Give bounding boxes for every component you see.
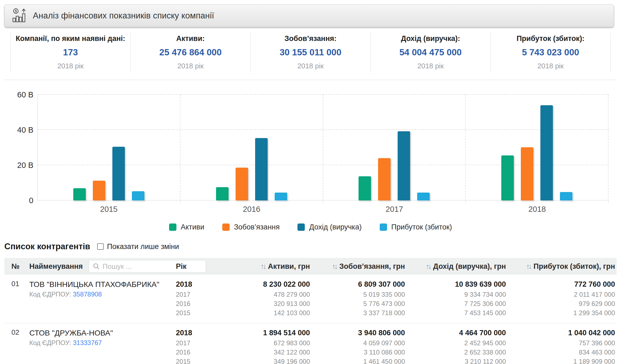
cell-value: 3 337 718 000	[312, 308, 405, 318]
stat-label: Зобов’язання:	[284, 34, 337, 43]
bar-group-2015	[38, 95, 180, 200]
edrpou-link[interactable]: 31333767	[73, 339, 102, 346]
sort-down-icon[interactable]: ↓	[428, 262, 430, 270]
sort-arrows-icon[interactable]: ↑↓	[526, 262, 531, 271]
company-cell: СТОВ "ДРУЖБА-НОВА"Код ЄДРПОУ: 31333767	[29, 328, 176, 364]
bar[interactable]	[73, 188, 86, 200]
bar[interactable]	[216, 187, 229, 200]
checkbox-icon[interactable]	[97, 243, 104, 250]
show-only-changes-toggle[interactable]: Показати лише зміни	[97, 242, 179, 251]
bar[interactable]	[378, 158, 391, 200]
cell-value: 2016	[176, 299, 218, 308]
assets-column: 1 894 514 000672 983 000342 122 000349 1…	[218, 328, 312, 364]
legend-swatch	[380, 223, 387, 231]
profit-column: 1 040 042 000757 396 000834 463 0001 189…	[508, 328, 617, 364]
column-header-4[interactable]: ↑↓Активи, грн	[218, 262, 312, 271]
company-cell: ТОВ "ВІННИЦЬКА ПТАХОФАБРИКА"Код ЄДРПОУ: …	[29, 280, 176, 318]
column-label: Активи, грн	[268, 262, 310, 271]
table-body: 01ТОВ "ВІННИЦЬКА ПТАХОФАБРИКА"Код ЄДРПОУ…	[4, 275, 617, 364]
company-edrpou: Код ЄДРПОУ: 35878908	[29, 290, 176, 298]
stat-value: 5 743 023 000	[522, 47, 579, 58]
sort-down-icon[interactable]: ↓	[528, 262, 531, 270]
column-label: Рік	[176, 262, 186, 270]
legend-label: Активи	[181, 223, 204, 231]
stat-card: Зобов’язання:30 155 011 0002018 рік	[250, 32, 370, 73]
finance-chart-icon: $	[12, 7, 27, 24]
stat-card: Компанії, по яким наявні дані:1732018 рі…	[10, 32, 130, 73]
checkbox-label: Показати лише зміни	[107, 242, 179, 251]
cell-value: 672 983 000	[218, 339, 310, 348]
bar[interactable]	[255, 138, 268, 200]
bar[interactable]	[275, 193, 287, 200]
cell-value: 478 279 000	[218, 290, 310, 299]
bar[interactable]	[398, 131, 410, 200]
sort-arrows-icon[interactable]: ↑↓	[261, 262, 265, 271]
column-header-7[interactable]: ↑↓Прибуток (збиток), грн	[508, 262, 617, 271]
bar[interactable]	[93, 181, 105, 200]
bar[interactable]	[236, 168, 248, 200]
sort-down-icon[interactable]: ↓	[263, 262, 265, 270]
y-axis-tick-label: 60 В	[17, 90, 33, 99]
sort-arrows-icon[interactable]: ↑↓	[426, 262, 430, 271]
bar-group-2016	[180, 95, 323, 200]
stat-period: 2018 рік	[177, 62, 204, 70]
legend-swatch	[169, 223, 176, 231]
legend-label: Прибуток (збиток)	[391, 223, 452, 231]
sort-up-icon[interactable]: ↑	[332, 262, 334, 270]
column-label: Дохід (виручка), грн	[433, 262, 506, 271]
financials-bar-chart: 020 В40 В60 В 2015201620172018 АктивиЗоб…	[4, 80, 617, 231]
cell-value: 2015	[176, 308, 218, 318]
bar[interactable]	[359, 176, 371, 200]
sort-down-icon[interactable]: ↓	[334, 262, 337, 270]
cell-value: 1 461 450 000	[312, 357, 405, 364]
revenue-column: 4 464 700 0002 452 945 0002 652 338 0003…	[407, 328, 508, 364]
cell-value: 4 464 700 000	[407, 328, 506, 339]
year-column: 2018201720162015	[176, 280, 218, 318]
column-header-6[interactable]: ↑↓Дохід (виручка), грн	[407, 262, 508, 271]
bar[interactable]	[501, 155, 514, 200]
stats-row: Компанії, по яким наявні дані:1732018 рі…	[10, 32, 611, 73]
cell-value: 320 913 000	[218, 299, 310, 308]
stat-period: 2018 рік	[537, 62, 564, 70]
stat-value: 30 155 011 000	[280, 47, 341, 58]
cell-value: 3 940 806 000	[312, 328, 405, 339]
bar[interactable]	[540, 105, 553, 200]
bar[interactable]	[132, 191, 144, 200]
column-label: Прибуток (збиток), грн	[534, 262, 615, 271]
bar[interactable]	[417, 193, 430, 200]
column-header-5[interactable]: ↑↓Зобов’язання, грн	[312, 262, 407, 271]
cell-value: 2018	[176, 328, 218, 339]
cell-value: 2 452 945 000	[407, 339, 506, 348]
cell-value: 5 776 473 000	[312, 299, 405, 308]
legend-label: Дохід (виручка)	[309, 223, 362, 231]
cell-value: 2 652 338 000	[407, 348, 506, 357]
column-header-1: №	[4, 262, 29, 271]
bar[interactable]	[112, 147, 125, 200]
sort-up-icon[interactable]: ↑	[526, 262, 529, 270]
sort-arrows-icon[interactable]: ↑↓	[332, 262, 337, 271]
legend-item[interactable]: Зобов’язання	[222, 223, 280, 231]
section-title: Список контрагентів	[4, 242, 90, 251]
stat-card: Прибуток (збиток):5 743 023 0002018 рік	[490, 32, 611, 73]
counterparties-header: Список контрагентів Показати лише зміни	[4, 242, 617, 251]
bar[interactable]	[560, 192, 572, 200]
cell-value: 7 453 145 000	[407, 308, 506, 318]
legend-item[interactable]: Прибуток (збиток)	[380, 223, 452, 231]
legend-item[interactable]: Активи	[169, 223, 204, 231]
cell-value: 9 334 734 000	[407, 290, 506, 299]
edrpou-link[interactable]: 35878908	[73, 290, 102, 298]
table-row: 02СТОВ "ДРУЖБА-НОВА"Код ЄДРПОУ: 31333767…	[4, 323, 617, 364]
cell-value: 5 019 335 000	[312, 290, 405, 299]
column-label: №	[11, 262, 20, 270]
cell-value: 834 463 000	[508, 348, 615, 357]
row-number: 02	[4, 328, 29, 364]
cell-value: 2016	[176, 348, 218, 357]
page-title: Аналіз фінансових показників списку комп…	[33, 11, 214, 21]
profit-column: 772 760 0002 011 417 000979 629 0001 299…	[508, 280, 617, 318]
legend-swatch	[297, 223, 305, 231]
stat-label: Активи:	[176, 34, 205, 43]
bar[interactable]	[521, 147, 533, 200]
stat-period: 2018 рік	[417, 62, 444, 70]
legend-item[interactable]: Дохід (виручка)	[297, 223, 362, 231]
liabilities-column: 6 809 307 0005 019 335 0005 776 473 0003…	[312, 280, 407, 318]
